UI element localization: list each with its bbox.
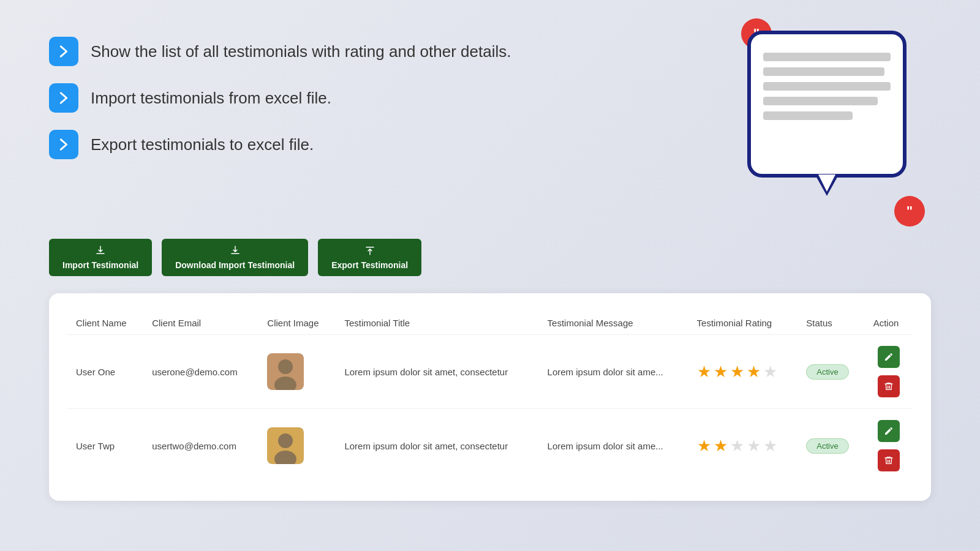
button-icon [364,245,375,258]
export-btn[interactable]: Export Testimonial [318,239,421,276]
table-row: User Twp usertwo@demo.com Lorem ipsum do… [67,409,913,483]
button-label: Export Testimonial [331,260,408,270]
star-icon: ★ [697,437,711,455]
star-icon: ★ [747,437,761,455]
testimonial-message: Lorem ipsum dolor sit ame... [539,409,688,483]
table-header-row: Client NameClient EmailClient ImageTesti… [67,312,913,335]
action-cell [865,409,913,483]
edit-icon [884,352,894,362]
star-icon: ★ [697,362,711,381]
features-list: Show the list of all testimonials with r… [49,37,735,159]
client-name: User One [67,335,143,409]
client-email: userone@demo.com [143,335,258,409]
avatar [267,427,304,464]
download-import-btn[interactable]: Download Import Testimonial [162,239,308,276]
trash-icon [884,381,894,391]
feature-text: Export testimonials to excel file. [91,135,314,154]
table-row: User One userone@demo.com Lorem ipsum do… [67,335,913,409]
testimonial-title: Lorem ipsum dolor sit amet, consectetur [336,335,538,409]
client-email: usertwo@demo.com [143,409,258,483]
top-section: Show the list of all testimonials with r… [49,37,931,214]
testimonial-icon: " " [735,18,931,214]
testimonial-message: Lorem ipsum dolor sit ame... [539,335,688,409]
table-header: Client NameClient EmailClient ImageTesti… [67,312,913,335]
star-icon: ★ [714,362,728,381]
actions-container [873,420,904,471]
quote-dot-bottom-right: " [894,196,925,227]
testimonials-table: Client NameClient EmailClient ImageTesti… [67,312,913,482]
avatar [267,353,304,390]
table-column-header: Client Name [67,312,143,335]
feature-item: Export testimonials to excel file. [49,130,735,159]
table-column-header: Client Image [258,312,336,335]
stars-container: ★★★★★ [697,362,790,381]
client-image-cell [258,335,336,409]
arrow-icon [49,130,78,159]
trash-icon [884,455,894,465]
table-column-header: Status [797,312,864,335]
bubble-line [763,97,878,105]
status-cell: Active [797,409,864,483]
table-column-header: Action [865,312,913,335]
table-container: Client NameClient EmailClient ImageTesti… [49,293,931,501]
bubble-line [763,111,853,120]
button-icon [95,245,106,258]
star-icon: ★ [730,437,744,455]
button-label: Import Testimonial [62,260,138,270]
testimonial-rating: ★★★★★ [688,335,798,409]
table-body: User One userone@demo.com Lorem ipsum do… [67,335,913,483]
stars-container: ★★★★★ [697,437,790,455]
action-cell [865,335,913,409]
table-column-header: Testimonial Message [539,312,688,335]
svg-point-1 [278,359,293,374]
status-badge: Active [806,364,848,380]
testimonial-rating: ★★★★★ [688,409,798,483]
star-icon: ★ [714,437,728,455]
star-icon: ★ [763,437,777,455]
client-name: User Twp [67,409,143,483]
arrow-icon [49,37,78,66]
star-icon: ★ [747,362,761,381]
star-icon: ★ [763,362,777,381]
actions-container [873,346,904,397]
import-btn[interactable]: Import Testimonial [49,239,152,276]
bubble-tail-inner [818,174,835,192]
edit-button[interactable] [878,420,900,442]
client-image-cell [258,409,336,483]
status-badge: Active [806,438,848,454]
delete-button[interactable] [878,449,900,471]
edit-button[interactable] [878,346,900,368]
button-icon [230,245,241,258]
avatar-container [267,427,304,464]
arrow-icon [49,83,78,113]
button-label: Download Import Testimonial [175,260,295,270]
feature-item: Import testimonials from excel file. [49,83,735,113]
testimonial-title: Lorem ipsum dolor sit amet, consectetur [336,409,538,483]
feature-text: Show the list of all testimonials with r… [91,42,511,61]
bubble-line [763,53,891,61]
table-column-header: Testimonial Rating [688,312,798,335]
speech-bubble [747,31,907,178]
feature-item: Show the list of all testimonials with r… [49,37,735,66]
feature-text: Import testimonials from excel file. [91,89,331,108]
delete-button[interactable] [878,375,900,397]
status-cell: Active [797,335,864,409]
star-icon: ★ [730,362,744,381]
bubble-lines [751,34,903,132]
table-column-header: Client Email [143,312,258,335]
svg-point-4 [278,433,293,448]
bubble-line [763,67,884,76]
table-column-header: Testimonial Title [336,312,538,335]
action-buttons-row: Import Testimonial Download Import Testi… [49,239,931,276]
edit-icon [884,426,894,436]
avatar-container [267,353,304,390]
bubble-line [763,82,891,91]
